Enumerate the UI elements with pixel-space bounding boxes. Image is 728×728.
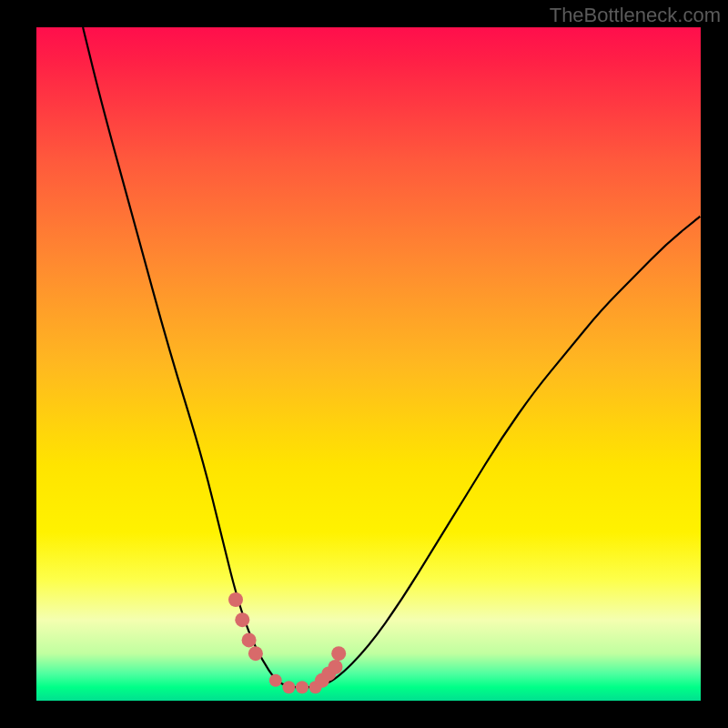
highlight-marker — [331, 646, 346, 661]
highlight-marker — [282, 681, 295, 693]
bottleneck-curve-path — [83, 27, 701, 687]
highlight-marker — [296, 681, 308, 693]
chart-plot-area — [36, 27, 701, 701]
highlight-markers — [228, 592, 346, 693]
highlight-marker — [269, 674, 282, 687]
watermark-text: TheBottleneck.com — [550, 4, 721, 27]
highlight-marker — [329, 660, 343, 674]
highlight-marker — [235, 612, 249, 627]
bottleneck-curve-svg — [36, 27, 701, 701]
highlight-marker — [248, 646, 263, 661]
highlight-marker — [228, 592, 243, 607]
highlight-marker — [242, 632, 257, 647]
